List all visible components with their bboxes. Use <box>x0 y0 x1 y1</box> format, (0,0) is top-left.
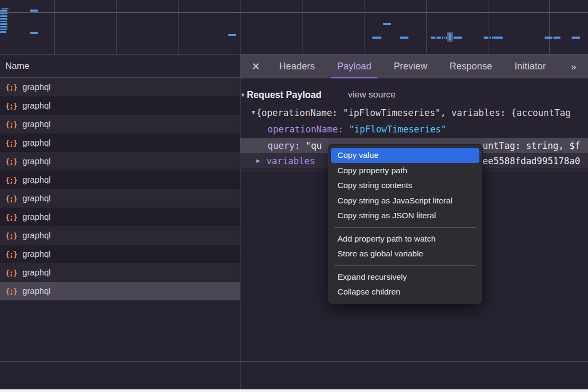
menu-item-expand-recursively[interactable]: Expand recursively <box>328 270 482 285</box>
request-name: graphql <box>22 268 50 278</box>
request-row[interactable]: {;}graphql <box>0 189 240 208</box>
section-collapse-triangle-icon[interactable]: ▼ <box>240 92 246 98</box>
request-name: graphql <box>22 250 50 259</box>
details-tabbar: ✕ HeadersPayloadPreviewResponseInitiator… <box>240 55 588 78</box>
property-value-left: "qu <box>306 140 322 151</box>
expand-triangle-icon[interactable]: ▼ <box>252 109 255 116</box>
property-value: "ipFlowTimeseries" <box>349 124 447 135</box>
waterfall-bar <box>383 23 391 25</box>
waterfall-bar <box>442 37 443 39</box>
tab-payload[interactable]: Payload <box>330 55 379 78</box>
waterfall-bar <box>453 37 462 39</box>
tab-initiator[interactable]: Initiator <box>507 55 553 78</box>
menu-divider <box>334 265 476 266</box>
waterfall-bar <box>30 32 38 34</box>
request-name: graphql <box>22 83 50 92</box>
json-braces-icon: {;} <box>5 269 17 277</box>
overview-gridline <box>54 0 55 55</box>
collapsed-triangle-icon[interactable]: ▶ <box>256 157 260 164</box>
waterfall-bar <box>545 37 553 39</box>
request-row[interactable]: {;}graphql <box>0 133 240 152</box>
request-row[interactable]: {;}graphql <box>0 245 240 263</box>
overview-gridline <box>364 0 364 55</box>
request-row[interactable]: {;}graphql <box>0 282 240 300</box>
payload-summary-row[interactable]: ▼ {operationName: "ipFlowTimeseries", va… <box>240 105 588 120</box>
property-value-right: untTag: string, $f <box>483 138 580 153</box>
json-braces-icon: {;} <box>5 102 17 110</box>
waterfall-bar <box>0 23 7 25</box>
menu-divider <box>334 227 476 228</box>
chevron-double-right-icon: » <box>571 61 575 72</box>
overview-gridline <box>240 0 240 55</box>
json-braces-icon: {;} <box>5 157 17 166</box>
waterfall-bar <box>484 37 488 39</box>
tab-response[interactable]: Response <box>442 55 500 78</box>
tab-headers[interactable]: Headers <box>272 55 323 78</box>
overview-gridline <box>488 0 488 55</box>
payload-summary-text: {operationName: "ipFlowTimeseries", vari… <box>256 108 571 118</box>
property-key: operationName: <box>268 124 343 135</box>
tab-preview[interactable]: Preview <box>386 55 435 78</box>
request-name: graphql <box>22 175 50 185</box>
request-row[interactable]: {;}graphql <box>0 171 240 189</box>
waterfall-bar <box>0 29 7 30</box>
name-column-header[interactable]: Name <box>0 55 240 78</box>
request-name: graphql <box>22 287 50 296</box>
waterfall-bar <box>489 37 491 39</box>
waterfall-bar <box>0 18 7 20</box>
request-row[interactable]: {;}graphql <box>0 96 240 115</box>
request-name: graphql <box>22 138 50 148</box>
waterfall-bar <box>444 37 446 39</box>
menu-item-copy-string-as-json-literal[interactable]: Copy string as JSON literal <box>328 208 482 224</box>
request-name: graphql <box>22 212 50 222</box>
request-name: graphql <box>22 120 50 129</box>
menu-item-copy-string-contents[interactable]: Copy string contents <box>328 178 482 193</box>
request-row[interactable]: {;}graphql <box>0 115 240 133</box>
request-payload-header: ▼ Request Payload view source <box>240 87 588 102</box>
property-key: variables <box>266 156 315 166</box>
overview-midline <box>0 12 588 13</box>
json-braces-icon: {;} <box>5 120 17 129</box>
menu-item-copy-string-as-javascript-literal[interactable]: Copy string as JavaScript literal <box>328 193 482 209</box>
request-row[interactable]: {;}graphql <box>0 263 240 282</box>
menu-item-copy-property-path[interactable]: Copy property path <box>328 163 482 179</box>
network-overview[interactable] <box>0 0 588 55</box>
waterfall-bar <box>494 37 503 39</box>
waterfall-bar <box>572 37 580 39</box>
json-braces-icon: {;} <box>5 250 17 259</box>
json-braces-icon: {;} <box>5 194 17 203</box>
operation-name-row[interactable]: operationName: "ipFlowTimeseries" <box>240 121 588 137</box>
json-braces-icon: {;} <box>5 83 17 92</box>
json-braces-icon: {;} <box>5 231 17 240</box>
overview-gridline <box>178 0 179 55</box>
waterfall-bar <box>372 37 381 39</box>
view-source-link[interactable]: view source <box>348 90 396 100</box>
more-tabs-button[interactable]: » <box>571 61 575 73</box>
menu-item-add-property-path-to-watch[interactable]: Add property path to watch <box>328 231 482 247</box>
request-name: graphql <box>22 157 50 166</box>
property-value-right: ee5588fdad995178a0 <box>483 153 580 168</box>
close-details-button[interactable]: ✕ <box>250 60 262 73</box>
name-column-label: Name <box>5 61 29 72</box>
menu-item-collapse-children[interactable]: Collapse children <box>328 284 482 300</box>
json-braces-icon: {;} <box>5 213 17 221</box>
close-icon: ✕ <box>252 61 260 72</box>
property-key: query: <box>268 140 300 151</box>
details-tabs: HeadersPayloadPreviewResponseInitiator <box>272 55 553 78</box>
request-row[interactable]: {;}graphql <box>0 152 240 171</box>
request-row[interactable]: {;}graphql <box>0 78 240 96</box>
section-title: Request Payload <box>247 90 322 101</box>
request-name: graphql <box>22 194 50 203</box>
menu-item-store-as-global-variable[interactable]: Store as global variable <box>328 246 482 262</box>
request-row[interactable]: {;}graphql <box>0 226 240 245</box>
json-braces-icon: {;} <box>5 176 17 184</box>
request-row[interactable]: {;}graphql <box>0 208 240 226</box>
waterfall-bar <box>0 10 7 12</box>
waterfall-bar <box>431 37 435 39</box>
waterfall-bar <box>400 37 408 39</box>
menu-item-copy-value[interactable]: Copy value <box>331 148 479 163</box>
waterfall-bar <box>0 13 7 14</box>
waterfall-bar <box>554 37 560 39</box>
selected-request-tick <box>449 33 451 40</box>
waterfall-bar <box>2 8 8 10</box>
